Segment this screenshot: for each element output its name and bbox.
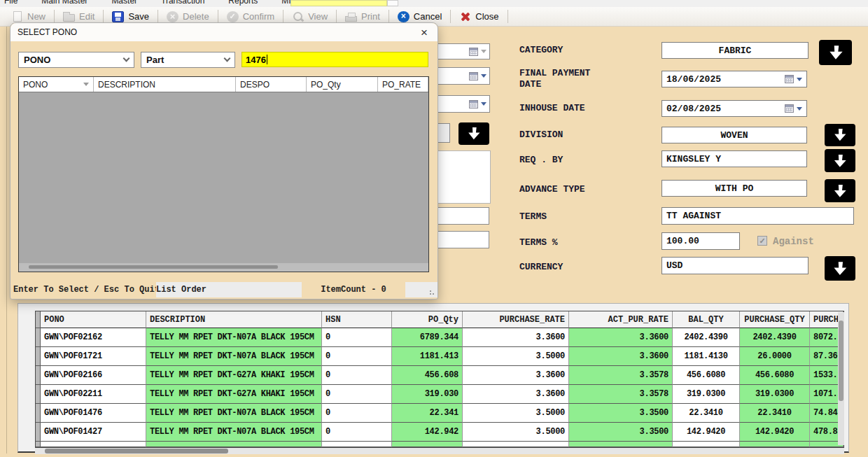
po-column-purchase_qty[interactable]: PURCHASE_QTY <box>740 311 810 328</box>
po-cell[interactable]: 0 <box>322 385 392 404</box>
scrollbar-thumb[interactable] <box>29 265 278 269</box>
po-cell[interactable]: 3.3600 <box>463 328 569 347</box>
against-checkbox[interactable]: ✓ <box>757 236 767 246</box>
po-cell[interactable]: 319.030 <box>392 385 463 404</box>
po-column-pono[interactable]: PONO <box>41 311 146 328</box>
po-cell[interactable]: 3.3600 <box>569 347 673 366</box>
po-cell[interactable]: 22.3410 <box>740 404 810 423</box>
po-cell[interactable]: 2402.4390 <box>673 328 740 347</box>
po-cell[interactable]: 142.942 <box>392 423 463 442</box>
hidden-lookup-arrow-button[interactable] <box>458 122 489 145</box>
close-button[interactable]: Close <box>453 9 505 24</box>
po-table-row[interactable]: GWN\POF01427TELLY MM RPET DKT-N07A BLACK… <box>36 423 844 442</box>
po-cell[interactable]: 0 <box>322 423 392 442</box>
po-table-row[interactable]: GWN\POF01721TELLY MM RPET DKT-N07A BLACK… <box>36 347 844 366</box>
po-table-hscrollbar[interactable] <box>35 448 844 454</box>
po-cell[interactable]: 26.0000 <box>740 347 810 366</box>
po-cell[interactable]: 2402.4390 <box>740 328 810 347</box>
po-cell[interactable]: TELLY MM RPET DKT-N07A BLACK 195CM <box>146 423 322 442</box>
dialog-grid-hscrollbar[interactable] <box>19 263 428 272</box>
po-cell[interactable]: TELLY MM RPET DKT-N07A BLACK 195CM <box>146 404 322 423</box>
print-button[interactable]: Print <box>339 9 386 24</box>
currency-lookup-button[interactable] <box>825 256 855 281</box>
po-table-vscrollbar[interactable] <box>838 312 844 445</box>
req-by-field[interactable]: KINGSLEY Y <box>662 150 807 167</box>
po-cell[interactable]: GWN\POF02162 <box>41 328 146 347</box>
dialog-close-icon[interactable]: × <box>418 27 430 38</box>
po-table-row[interactable]: GWN\POF02166TELLY MM RPET DKT-G27A KHAKI… <box>36 366 844 385</box>
po-column-description[interactable]: DESCRIPTION <box>146 311 322 328</box>
hidden-textarea[interactable] <box>438 150 491 204</box>
inhouse-date-field[interactable]: 02/08/2025 <box>662 100 807 117</box>
po-cell[interactable]: 3.3500 <box>569 404 673 423</box>
po-cell[interactable]: 3.5000 <box>463 404 569 423</box>
po-cell[interactable]: 3.3600 <box>463 366 569 385</box>
division-lookup-button[interactable] <box>825 124 855 146</box>
advance-type-field[interactable]: WITH PO <box>662 180 807 197</box>
category-field[interactable]: FABRIC <box>662 42 808 59</box>
dialog-grid-column-despo[interactable]: DESPO <box>236 77 307 92</box>
list-order-dropdown[interactable]: List Order <box>156 282 307 297</box>
po-cell[interactable]: 456.6080 <box>740 366 810 385</box>
po-cell[interactable] <box>322 442 392 447</box>
po-cell[interactable]: 0 <box>322 328 392 347</box>
dialog-grid-column-description[interactable]: DESCRIPTION <box>94 77 236 92</box>
po-cell[interactable]: 22.341 <box>392 404 463 423</box>
po-cell[interactable]: 3.3500 <box>569 423 673 442</box>
final-payment-date-field[interactable]: 18/06/2025 <box>662 71 807 87</box>
advance-type-lookup-button[interactable] <box>825 179 855 202</box>
po-cell[interactable]: 319.0300 <box>740 385 810 404</box>
menu-item-master[interactable]: Master <box>111 0 137 7</box>
po-column-act_pur_rate[interactable]: ACT_PUR_RATE <box>569 311 673 328</box>
po-column-purchase_rate[interactable]: PURCHASE_RATE <box>463 311 569 328</box>
scrollbar-thumb[interactable] <box>839 321 844 401</box>
quick-find-input[interactable] <box>290 0 387 6</box>
po-cell[interactable]: 319.0300 <box>673 385 740 404</box>
po-cell[interactable] <box>673 442 740 447</box>
filter-dropdown-icon[interactable] <box>83 83 89 86</box>
po-cell[interactable]: 0 <box>322 366 392 385</box>
po-cell[interactable]: 3.3578 <box>569 385 673 404</box>
po-cell[interactable]: TELLY MM RPET DKT-G27A KHAKI 195CM <box>146 385 322 404</box>
po-cell[interactable]: GWN\POF01427 <box>41 423 146 442</box>
po-table-row[interactable]: GWN\POF01476TELLY MM RPET DKT-N07A BLACK… <box>36 404 844 423</box>
po-cell[interactable] <box>740 442 810 447</box>
terms-pct-field[interactable]: 100.00 <box>662 232 740 250</box>
menu-item-main-master[interactable]: Main Master <box>41 0 88 7</box>
po-cell[interactable]: GWN\POF01721 <box>41 347 146 366</box>
category-lookup-button[interactable] <box>819 40 852 65</box>
po-cell[interactable] <box>463 442 569 447</box>
dialog-title-bar[interactable]: SELECT PONO × <box>10 23 438 41</box>
po-cell[interactable]: GWN\POF02166 <box>41 366 146 385</box>
po-table-partial-row[interactable] <box>36 442 844 447</box>
currency-field[interactable]: USD <box>662 257 808 274</box>
dialog-grid-body[interactable] <box>19 92 428 263</box>
division-field[interactable]: WOVEN <box>662 127 807 143</box>
po-cell[interactable]: 0 <box>322 404 392 423</box>
po-cell[interactable]: 1181.4130 <box>673 347 740 366</box>
search-field-select[interactable]: PONO <box>18 52 134 68</box>
po-table-row[interactable]: GWN\POF02162TELLY MM RPET DKT-N07A BLACK… <box>36 328 844 347</box>
po-cell[interactable]: 3.3600 <box>463 385 569 404</box>
po-cell[interactable]: 3.5000 <box>463 347 569 366</box>
resize-grip[interactable] <box>429 290 436 297</box>
dialog-grid-column-po_rate[interactable]: PO_RATE <box>378 77 428 92</box>
po-cell[interactable] <box>41 442 146 447</box>
menu-item-reports[interactable]: Reports <box>228 0 258 7</box>
po-column-hsn[interactable]: HSN <box>322 311 392 328</box>
edit-button[interactable]: Edit <box>57 9 101 24</box>
quick-find-button[interactable] <box>387 0 398 6</box>
po-cell[interactable]: TELLY MM RPET DKT-G27A KHAKI 195CM <box>146 366 322 385</box>
scrollbar-thumb[interactable] <box>45 449 228 454</box>
terms-field[interactable]: TT AGAINST <box>662 207 854 225</box>
menu-item-file[interactable]: File <box>4 0 18 7</box>
search-input[interactable]: 1476 <box>241 52 428 67</box>
po-cell[interactable] <box>569 442 673 447</box>
po-cell[interactable]: GWN\POF01476 <box>41 404 146 423</box>
calendar-icon[interactable] <box>785 104 794 113</box>
po-cell[interactable]: 456.6080 <box>673 366 740 385</box>
po-cell[interactable]: 3.5000 <box>463 423 569 442</box>
dialog-grid-column-po_qty[interactable]: PO_Qty <box>307 77 378 92</box>
po-cell[interactable] <box>392 442 463 447</box>
po-cell[interactable]: 456.608 <box>392 366 463 385</box>
